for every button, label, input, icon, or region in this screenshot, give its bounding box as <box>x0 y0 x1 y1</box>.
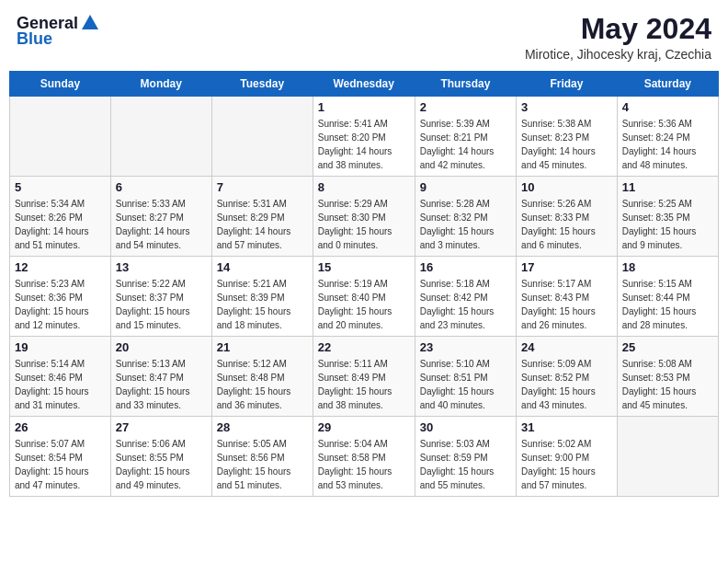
month-title: May 2024 <box>525 13 711 45</box>
day-info: Sunrise: 5:12 AMSunset: 8:48 PMDaylight:… <box>217 357 308 412</box>
day-number: 1 <box>318 100 410 114</box>
calendar-cell: 7Sunrise: 5:31 AMSunset: 8:29 PMDaylight… <box>211 177 313 257</box>
day-info: Sunrise: 5:22 AMSunset: 8:37 PMDaylight:… <box>116 277 207 332</box>
day-number: 16 <box>420 260 511 274</box>
calendar-cell: 1Sunrise: 5:41 AMSunset: 8:20 PMDaylight… <box>313 97 415 177</box>
column-header-sunday: Sunday <box>10 72 111 97</box>
calendar-cell: 29Sunrise: 5:04 AMSunset: 8:58 PMDayligh… <box>313 417 415 497</box>
day-info: Sunrise: 5:11 AMSunset: 8:49 PMDaylight:… <box>318 357 410 412</box>
day-number: 4 <box>622 100 713 114</box>
column-header-thursday: Thursday <box>415 72 516 97</box>
logo-blue-text: Blue <box>17 29 52 49</box>
calendar-cell <box>10 97 111 177</box>
column-header-monday: Monday <box>110 72 211 97</box>
day-info: Sunrise: 5:10 AMSunset: 8:51 PMDaylight:… <box>420 357 511 412</box>
calendar-cell: 28Sunrise: 5:05 AMSunset: 8:56 PMDayligh… <box>211 417 313 497</box>
day-info: Sunrise: 5:26 AMSunset: 8:33 PMDaylight:… <box>521 197 612 252</box>
calendar-cell: 31Sunrise: 5:02 AMSunset: 9:00 PMDayligh… <box>517 417 618 497</box>
day-number: 30 <box>420 420 511 434</box>
day-info: Sunrise: 5:33 AMSunset: 8:27 PMDaylight:… <box>116 197 207 252</box>
column-header-wednesday: Wednesday <box>313 72 415 97</box>
day-info: Sunrise: 5:17 AMSunset: 8:43 PMDaylight:… <box>521 277 612 332</box>
calendar-cell: 13Sunrise: 5:22 AMSunset: 8:37 PMDayligh… <box>110 257 211 337</box>
calendar-cell: 30Sunrise: 5:03 AMSunset: 8:59 PMDayligh… <box>415 417 516 497</box>
day-number: 19 <box>15 340 106 354</box>
day-number: 20 <box>116 340 207 354</box>
day-info: Sunrise: 5:18 AMSunset: 8:42 PMDaylight:… <box>420 277 511 332</box>
calendar-cell: 22Sunrise: 5:11 AMSunset: 8:49 PMDayligh… <box>313 337 415 417</box>
calendar-cell: 3Sunrise: 5:38 AMSunset: 8:23 PMDaylight… <box>517 97 618 177</box>
calendar-cell: 10Sunrise: 5:26 AMSunset: 8:33 PMDayligh… <box>517 177 618 257</box>
day-info: Sunrise: 5:09 AMSunset: 8:52 PMDaylight:… <box>521 357 612 412</box>
day-info: Sunrise: 5:03 AMSunset: 8:59 PMDaylight:… <box>420 437 511 492</box>
day-info: Sunrise: 5:23 AMSunset: 8:36 PMDaylight:… <box>15 277 106 332</box>
day-number: 5 <box>15 180 106 194</box>
day-number: 21 <box>217 340 308 354</box>
calendar-cell: 21Sunrise: 5:12 AMSunset: 8:48 PMDayligh… <box>211 337 313 417</box>
svg-marker-0 <box>82 15 98 29</box>
day-number: 23 <box>420 340 511 354</box>
day-info: Sunrise: 5:36 AMSunset: 8:24 PMDaylight:… <box>622 117 713 172</box>
day-number: 14 <box>217 260 308 274</box>
calendar-week-row: 5Sunrise: 5:34 AMSunset: 8:26 PMDaylight… <box>10 177 719 257</box>
day-info: Sunrise: 5:21 AMSunset: 8:39 PMDaylight:… <box>217 277 308 332</box>
day-info: Sunrise: 5:39 AMSunset: 8:21 PMDaylight:… <box>420 117 511 172</box>
calendar-cell: 16Sunrise: 5:18 AMSunset: 8:42 PMDayligh… <box>415 257 516 337</box>
calendar-cell: 27Sunrise: 5:06 AMSunset: 8:55 PMDayligh… <box>110 417 211 497</box>
calendar-cell: 18Sunrise: 5:15 AMSunset: 8:44 PMDayligh… <box>617 257 718 337</box>
day-info: Sunrise: 5:29 AMSunset: 8:30 PMDaylight:… <box>318 197 410 252</box>
day-info: Sunrise: 5:02 AMSunset: 9:00 PMDaylight:… <box>521 437 612 492</box>
page-header: General Blue May 2024 Mirotice, Jihocesk… <box>9 9 719 65</box>
calendar-cell: 19Sunrise: 5:14 AMSunset: 8:46 PMDayligh… <box>10 337 111 417</box>
calendar-cell: 8Sunrise: 5:29 AMSunset: 8:30 PMDaylight… <box>313 177 415 257</box>
day-number: 31 <box>521 420 612 434</box>
calendar-cell: 6Sunrise: 5:33 AMSunset: 8:27 PMDaylight… <box>110 177 211 257</box>
day-number: 26 <box>15 420 106 434</box>
calendar-cell: 25Sunrise: 5:08 AMSunset: 8:53 PMDayligh… <box>617 337 718 417</box>
day-info: Sunrise: 5:14 AMSunset: 8:46 PMDaylight:… <box>15 357 106 412</box>
day-number: 13 <box>116 260 207 274</box>
calendar-cell: 17Sunrise: 5:17 AMSunset: 8:43 PMDayligh… <box>517 257 618 337</box>
column-header-saturday: Saturday <box>617 72 718 97</box>
calendar-cell: 23Sunrise: 5:10 AMSunset: 8:51 PMDayligh… <box>415 337 516 417</box>
day-number: 11 <box>622 180 713 194</box>
day-info: Sunrise: 5:41 AMSunset: 8:20 PMDaylight:… <box>318 117 410 172</box>
day-number: 18 <box>622 260 713 274</box>
calendar-week-row: 26Sunrise: 5:07 AMSunset: 8:54 PMDayligh… <box>10 417 719 497</box>
day-number: 2 <box>420 100 511 114</box>
logo: General Blue <box>17 13 100 49</box>
logo-icon <box>80 13 100 33</box>
day-info: Sunrise: 5:05 AMSunset: 8:56 PMDaylight:… <box>217 437 308 492</box>
day-info: Sunrise: 5:28 AMSunset: 8:32 PMDaylight:… <box>420 197 511 252</box>
day-info: Sunrise: 5:34 AMSunset: 8:26 PMDaylight:… <box>15 197 106 252</box>
calendar-cell: 9Sunrise: 5:28 AMSunset: 8:32 PMDaylight… <box>415 177 516 257</box>
day-info: Sunrise: 5:15 AMSunset: 8:44 PMDaylight:… <box>622 277 713 332</box>
day-number: 12 <box>15 260 106 274</box>
calendar-cell: 4Sunrise: 5:36 AMSunset: 8:24 PMDaylight… <box>617 97 718 177</box>
day-number: 7 <box>217 180 308 194</box>
day-number: 22 <box>318 340 410 354</box>
day-number: 6 <box>116 180 207 194</box>
day-number: 3 <box>521 100 612 114</box>
title-section: May 2024 Mirotice, Jihocesky kraj, Czech… <box>525 13 711 62</box>
day-number: 15 <box>318 260 410 274</box>
day-info: Sunrise: 5:13 AMSunset: 8:47 PMDaylight:… <box>116 357 207 412</box>
calendar-cell: 5Sunrise: 5:34 AMSunset: 8:26 PMDaylight… <box>10 177 111 257</box>
calendar-cell: 2Sunrise: 5:39 AMSunset: 8:21 PMDaylight… <box>415 97 516 177</box>
calendar-cell <box>211 97 313 177</box>
day-info: Sunrise: 5:19 AMSunset: 8:40 PMDaylight:… <box>318 277 410 332</box>
day-number: 17 <box>521 260 612 274</box>
day-number: 27 <box>116 420 207 434</box>
column-header-friday: Friday <box>517 72 618 97</box>
calendar-table: SundayMondayTuesdayWednesdayThursdayFrid… <box>9 71 719 497</box>
day-info: Sunrise: 5:31 AMSunset: 8:29 PMDaylight:… <box>217 197 308 252</box>
day-number: 29 <box>318 420 410 434</box>
calendar-week-row: 1Sunrise: 5:41 AMSunset: 8:20 PMDaylight… <box>10 97 719 177</box>
column-header-tuesday: Tuesday <box>211 72 313 97</box>
calendar-cell: 11Sunrise: 5:25 AMSunset: 8:35 PMDayligh… <box>617 177 718 257</box>
calendar-cell: 14Sunrise: 5:21 AMSunset: 8:39 PMDayligh… <box>211 257 313 337</box>
calendar-cell: 12Sunrise: 5:23 AMSunset: 8:36 PMDayligh… <box>10 257 111 337</box>
day-number: 24 <box>521 340 612 354</box>
day-number: 25 <box>622 340 713 354</box>
day-number: 10 <box>521 180 612 194</box>
